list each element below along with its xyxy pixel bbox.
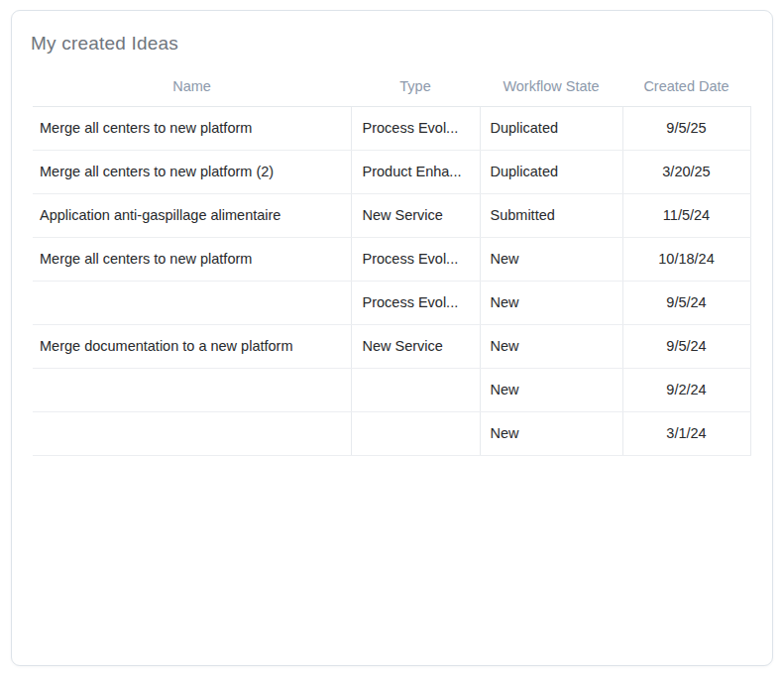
column-header-created-date[interactable]: Created Date xyxy=(622,76,750,106)
table-row[interactable]: Application anti-gaspillage alimentaireN… xyxy=(33,193,750,237)
cell-created-date: 9/5/24 xyxy=(622,281,750,324)
cell-workflow-state: Submitted xyxy=(480,193,622,237)
cell-workflow-state: Duplicated xyxy=(480,106,622,150)
ideas-table-body: Merge all centers to new platformProcess… xyxy=(33,106,750,455)
cell-type xyxy=(351,411,480,455)
page-background: My created Ideas Name Type Workflow Stat… xyxy=(0,0,784,679)
table-row[interactable]: New3/1/24 xyxy=(33,411,750,455)
column-header-name[interactable]: Name xyxy=(33,76,351,106)
table-row[interactable]: Merge all centers to new platformProcess… xyxy=(33,237,750,281)
cell-workflow-state: New xyxy=(480,411,622,455)
cell-type: Process Evol... xyxy=(351,281,480,324)
cell-workflow-state: New xyxy=(480,237,622,281)
table-row[interactable]: Merge all centers to new platform (2)Pro… xyxy=(33,150,750,193)
cell-type: Process Evol... xyxy=(351,237,480,281)
cell-created-date: 9/2/24 xyxy=(622,368,750,411)
cell-created-date: 9/5/24 xyxy=(622,324,750,368)
cell-name xyxy=(33,281,351,324)
cell-workflow-state: Duplicated xyxy=(480,150,622,193)
cell-workflow-state: New xyxy=(480,368,622,411)
table-row[interactable]: Merge documentation to a new platformNew… xyxy=(33,324,750,368)
cell-name: Merge documentation to a new platform xyxy=(33,324,351,368)
cell-workflow-state: New xyxy=(480,281,622,324)
cell-name: Application anti-gaspillage alimentaire xyxy=(33,193,351,237)
cell-name: Merge all centers to new platform xyxy=(33,106,351,150)
column-header-type[interactable]: Type xyxy=(351,76,480,106)
table-row[interactable]: Merge all centers to new platformProcess… xyxy=(33,106,750,150)
table-row[interactable]: New9/2/24 xyxy=(33,368,750,411)
cell-type: Product Enha... xyxy=(351,150,480,193)
cell-created-date: 3/20/25 xyxy=(622,150,750,193)
cell-name xyxy=(33,411,351,455)
card-title: My created Ideas xyxy=(31,33,754,55)
table-row[interactable]: Process Evol...New9/5/24 xyxy=(33,281,750,324)
cell-created-date: 10/18/24 xyxy=(622,237,750,281)
cell-type: Process Evol... xyxy=(351,106,480,150)
my-created-ideas-card: My created Ideas Name Type Workflow Stat… xyxy=(11,10,773,666)
cell-name xyxy=(33,368,351,411)
cell-name: Merge all centers to new platform xyxy=(33,237,351,281)
column-header-workflow-state[interactable]: Workflow State xyxy=(480,76,622,106)
cell-type: New Service xyxy=(351,193,480,237)
cell-created-date: 11/5/24 xyxy=(622,193,750,237)
cell-created-date: 9/5/25 xyxy=(622,106,750,150)
cell-type: New Service xyxy=(351,324,480,368)
cell-name: Merge all centers to new platform (2) xyxy=(33,150,351,193)
cell-type xyxy=(351,368,480,411)
ideas-table: Name Type Workflow State Created Date Me… xyxy=(33,76,751,456)
cell-workflow-state: New xyxy=(480,324,622,368)
cell-created-date: 3/1/24 xyxy=(622,411,750,455)
ideas-table-header: Name Type Workflow State Created Date xyxy=(33,76,750,106)
